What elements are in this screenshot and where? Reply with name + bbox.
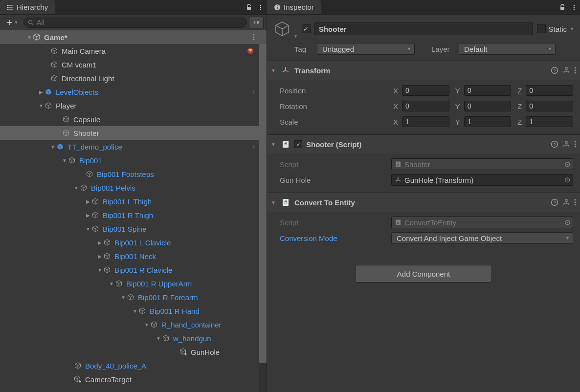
tree-row-cm-vcam1[interactable]: CM vcam1 [0,58,267,71]
panel-menu-icon[interactable] [255,1,267,13]
create-button[interactable]: ▼ [3,17,22,28]
tree-row-bip001-r-hand[interactable]: ▼ Bip001 R Hand [0,304,267,318]
rotation-z-input[interactable] [526,101,573,111]
gunhole-field[interactable]: GunHole (Transform) ⊙ [391,174,573,186]
expand-arrow-icon[interactable]: ▼ [62,158,67,163]
expand-arrow-icon[interactable]: ▶ [85,199,91,204]
tree-row-player[interactable]: ▼ Player [0,99,267,112]
preset-icon[interactable] [562,198,570,206]
panel-menu-icon[interactable] [568,1,580,13]
tree-row-bip001-r-upperarm[interactable]: ▼ Bip001 R UpperArm [0,277,267,290]
inspector-tab[interactable]: Inspector [267,0,321,14]
expand-arrow-icon[interactable]: ▶ [97,240,103,245]
tree-row-bip001-spine[interactable]: ▼ Bip001 Spine [0,222,267,236]
item-label: Directional Light [62,74,114,83]
scene-row[interactable]: ▼ Game* [0,30,267,44]
component-menu-icon[interactable] [574,141,576,148]
rotation-y-input[interactable] [464,101,512,111]
scene-menu-icon[interactable] [253,34,255,41]
expand-arrow-icon[interactable]: ▼ [50,144,56,150]
static-toggle[interactable]: Static ▼ [537,24,574,33]
rotation-x-input[interactable] [402,101,449,111]
expand-arrow-icon[interactable]: ▼ [120,295,126,300]
position-z-input[interactable] [526,85,573,96]
expand-arrow-icon[interactable]: ▶ [38,89,44,95]
tree-row-bip001-pelvis[interactable]: ▼ Bip001 Pelvis [0,181,267,195]
static-checkbox[interactable] [537,24,546,33]
tree-row-gunhole[interactable]: GunHole [0,345,267,359]
tree-row-r-hand-container[interactable]: ▼ R_hand_container [0,318,267,331]
panel-lock-icon[interactable] [243,1,255,13]
conversion-mode-dropdown[interactable]: Convert And Inject Game Object ▼ [391,232,573,244]
tree-row-capsule[interactable]: Capsule [0,112,267,126]
position-y-input[interactable] [464,85,512,96]
scale-z-input[interactable] [526,116,573,127]
expand-arrow-icon[interactable]: ▼ [132,308,138,314]
position-x-input[interactable] [402,85,449,96]
component-header[interactable]: ▼ # ✓ Shooter (Script) ? [267,135,580,153]
search-input[interactable] [37,19,243,26]
icon-dropdown-arrow[interactable]: ▼ [293,34,298,39]
preset-icon[interactable] [562,66,570,74]
tree-row-body-40-police-a[interactable]: Body_40_police_A [0,359,267,372]
tree-row-camera-target[interactable]: CameraTarget [0,372,267,386]
expand-arrow-icon[interactable]: ▼ [85,226,91,232]
hierarchy-search-mode-button[interactable] [249,17,264,28]
hierarchy-tab[interactable]: Hierarchy [0,0,55,14]
fold-arrow-icon[interactable]: ▼ [271,142,277,147]
expand-arrow-icon[interactable]: ▼ [97,267,103,273]
help-icon[interactable]: ? [551,66,558,74]
object-picker-icon[interactable]: ⊙ [564,175,571,184]
expand-arrow-icon[interactable]: ▶ [85,213,91,218]
tree-row-level-objects[interactable]: ▶ LevelObjects › [0,85,267,99]
hierarchy-search[interactable] [23,17,247,28]
prefab-open-icon[interactable]: › [252,88,255,96]
gameobject-big-icon[interactable] [272,19,292,39]
tree-row-tt-demo-police[interactable]: ▼ TT_demo_police › [0,140,267,153]
tree-row-bip001-l-clavicle[interactable]: ▶ Bip001 L Clavicle [0,236,267,249]
expand-arrow-icon[interactable]: ▼ [73,185,79,191]
component-menu-icon[interactable] [574,67,576,74]
tree-row-bip001-footsteps[interactable]: Bip001 Footsteps [0,167,267,181]
component-enable-checkbox[interactable]: ✓ [294,140,302,148]
tree-row-shooter[interactable]: Shooter [0,126,267,140]
tree-row-w-handgun[interactable]: ▼ w_handgun [0,331,267,345]
expand-arrow-icon[interactable]: ▼ [38,103,44,109]
add-component-button[interactable]: Add Component [355,265,492,283]
expand-arrow-icon[interactable]: ▼ [156,336,161,341]
help-icon[interactable]: ? [551,198,558,206]
tree-row-bip001-neck[interactable]: ▶ Bip001 Neck [0,249,267,263]
help-icon[interactable]: ? [551,140,558,148]
prefab-open-icon[interactable]: › [252,143,255,151]
tree-row-bip001-r-thigh[interactable]: ▶ Bip001 R Thigh [0,208,267,222]
fold-arrow-icon[interactable]: ▼ [271,68,277,73]
hierarchy-tree[interactable]: ▼ Game* Main Camera CM vcam1 Directional… [0,30,267,392]
active-checkbox[interactable]: ✓ [302,24,311,33]
object-picker-icon[interactable]: ⊙ [564,160,571,169]
component-menu-icon[interactable] [574,199,576,206]
tag-dropdown[interactable]: Untagged ▼ [317,43,415,55]
gameobject-name-input[interactable] [314,22,533,35]
tree-row-bip001[interactable]: ▼ Bip001 [0,153,267,167]
chevron-down-icon[interactable]: ▼ [570,26,574,31]
expand-arrow-icon[interactable]: ▶ [97,254,103,259]
tree-row-bip001-l-thigh[interactable]: ▶ Bip001 L Thigh [0,195,267,208]
expand-arrow-icon[interactable]: ▼ [109,281,114,286]
tree-row-bip001-r-clavicle[interactable]: ▼ Bip001 R Clavicle [0,263,267,277]
panel-lock-icon[interactable] [557,1,568,13]
preset-icon[interactable] [562,140,570,148]
fold-arrow-icon[interactable]: ▼ [271,200,277,205]
expand-arrow-icon[interactable]: ▼ [144,322,150,327]
expand-arrow-icon[interactable]: ▼ [26,35,32,40]
item-label: CM vcam1 [62,61,97,69]
scale-y-input[interactable] [464,116,512,127]
tree-row-main-camera[interactable]: Main Camera [0,44,267,58]
tree-row-directional-light[interactable]: Directional Light [0,71,267,85]
object-picker-icon[interactable]: ⊙ [564,218,571,227]
component-header[interactable]: ▼ Transform ? [267,61,580,80]
tree-row-bip001-r-forearm[interactable]: ▼ Bip001 R Forearm [0,290,267,304]
layer-dropdown[interactable]: Default ▼ [459,43,556,55]
component-header[interactable]: ▼ # Convert To Entity ? [267,193,580,212]
conversion-mode-label[interactable]: Conversion Mode [280,234,387,242]
scale-x-input[interactable] [402,116,449,127]
